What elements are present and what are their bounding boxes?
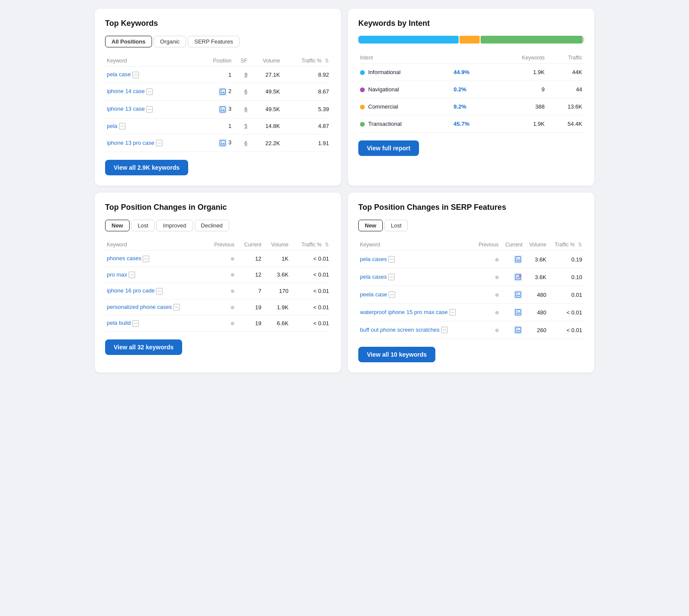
keyword-link[interactable]: iphone 14 case bbox=[107, 88, 145, 94]
keywords-by-intent-title: Keywords by Intent bbox=[358, 19, 584, 28]
tab-all-positions[interactable]: All Positions bbox=[105, 36, 152, 47]
top-position-serp-title: Top Position Changes in SERP Features bbox=[358, 203, 584, 212]
intent-pct: 0.2% bbox=[452, 81, 492, 98]
curr-cell: 19 bbox=[236, 299, 263, 315]
traffic-filter-icon-2[interactable]: ⇅ bbox=[325, 242, 329, 248]
svg-rect-14 bbox=[220, 140, 225, 146]
tab-new-serp[interactable]: New bbox=[358, 220, 383, 231]
keyword-link[interactable]: pela cases bbox=[360, 274, 387, 280]
volume-cell: 260 bbox=[524, 321, 548, 339]
intent-bar bbox=[358, 36, 584, 44]
table-row: iphone 13 pro case 3622.2K1.91 bbox=[105, 134, 331, 152]
intent-label: Commercial bbox=[358, 98, 452, 115]
view-all-keywords-button[interactable]: View all 2.9K keywords bbox=[105, 160, 188, 175]
intent-pct: 44.9% bbox=[452, 64, 492, 81]
intent-bar-segment bbox=[583, 36, 584, 44]
keywords-by-intent-card: Keywords by Intent Intent Keywords Traff… bbox=[348, 9, 594, 186]
keyword-link[interactable]: pela bbox=[107, 123, 118, 129]
col-traf-organic: Traffic % ⇅ bbox=[290, 239, 331, 251]
organic-tabs: New Lost Improved Declined bbox=[105, 220, 331, 231]
sf-cell: 6 bbox=[233, 134, 249, 152]
tab-lost-organic[interactable]: Lost bbox=[131, 220, 155, 231]
traffic-cell: 5.39 bbox=[282, 100, 331, 118]
intent-traffic: 44K bbox=[546, 64, 584, 81]
table-row: waterproof iphone 15 pro max case480< 0.… bbox=[358, 304, 584, 321]
col-sf: SF bbox=[233, 55, 249, 67]
traffic-cell: < 0.01 bbox=[548, 304, 584, 321]
col-kw-serp: Keyword bbox=[358, 239, 473, 251]
svg-point-39 bbox=[517, 293, 518, 294]
keyword-link[interactable]: pela build bbox=[107, 320, 131, 326]
table-row: pela1514.8K4.87 bbox=[105, 118, 331, 134]
col-vol-organic: Volume bbox=[263, 239, 290, 251]
prev-cell bbox=[205, 251, 236, 267]
svg-point-43 bbox=[517, 311, 518, 312]
position-cell: 3 bbox=[199, 134, 233, 152]
traffic-filter-icon[interactable]: ⇅ bbox=[325, 58, 329, 64]
keyword-link[interactable]: pro max bbox=[107, 271, 127, 278]
keyword-link[interactable]: iphone 13 pro case bbox=[107, 140, 155, 146]
view-all-serp-button[interactable]: View all 10 keywords bbox=[358, 347, 435, 362]
col-prev-organic: Previous bbox=[205, 239, 236, 251]
intent-dot bbox=[360, 70, 365, 75]
traffic-cell: < 0.01 bbox=[548, 321, 584, 339]
table-row: pela build196.6K< 0.01 bbox=[105, 315, 331, 332]
keyword-link[interactable]: peela case bbox=[360, 291, 387, 298]
traffic-cell: < 0.01 bbox=[290, 267, 331, 283]
prev-cell bbox=[473, 286, 500, 304]
traffic-cell: 1.91 bbox=[282, 134, 331, 152]
tab-serp-features[interactable]: SERP Features bbox=[188, 36, 239, 47]
keyword-link[interactable]: personalized phone cases bbox=[107, 304, 172, 310]
col-traffic-intent: Traffic bbox=[546, 52, 584, 64]
traffic-cell: < 0.01 bbox=[290, 299, 331, 315]
col-pct bbox=[452, 52, 492, 64]
keyword-link[interactable]: phones cases bbox=[107, 255, 141, 261]
view-all-organic-button[interactable]: View all 32 keywords bbox=[105, 339, 182, 355]
sf-cell: 9 bbox=[233, 67, 249, 83]
curr-icon-cell bbox=[500, 251, 524, 268]
svg-point-33 bbox=[517, 276, 518, 277]
traffic-cell: < 0.01 bbox=[290, 315, 331, 332]
intent-keywords: 1.9K bbox=[492, 64, 546, 81]
keyword-link[interactable]: waterproof iphone 15 pro max case bbox=[360, 309, 448, 315]
svg-rect-46 bbox=[515, 327, 521, 333]
table-row: iphone 16 pro cade7170< 0.01 bbox=[105, 283, 331, 299]
intent-dot bbox=[360, 105, 365, 109]
keyword-link[interactable]: iphone 13 case bbox=[107, 106, 145, 112]
view-full-report-button[interactable]: View full report bbox=[358, 140, 419, 156]
table-row: pro max123.6K< 0.01 bbox=[105, 267, 331, 283]
tab-organic[interactable]: Organic bbox=[154, 36, 186, 47]
intent-keywords: 1.9K bbox=[492, 115, 546, 133]
intent-keywords: 388 bbox=[492, 98, 546, 115]
svg-rect-4 bbox=[220, 89, 225, 94]
tab-declined-organic[interactable]: Declined bbox=[195, 220, 230, 231]
svg-rect-28 bbox=[515, 257, 521, 262]
position-cell: 3 bbox=[199, 100, 233, 118]
col-traffic: Traffic % ⇅ bbox=[282, 55, 331, 67]
col-prev-serp: Previous bbox=[473, 239, 500, 251]
keyword-link[interactable]: pela case bbox=[107, 71, 131, 78]
keyword-link[interactable]: pela cases bbox=[360, 256, 387, 262]
volume-cell: 480 bbox=[524, 304, 548, 321]
top-keywords-tabs: All Positions Organic SERP Features bbox=[105, 36, 331, 47]
tab-lost-serp[interactable]: Lost bbox=[385, 220, 408, 231]
keyword-link[interactable]: iphone 16 pro cade bbox=[107, 287, 155, 294]
traffic-cell: < 0.01 bbox=[290, 251, 331, 267]
table-row: Transactional45.7%1.9K54.4K bbox=[358, 115, 584, 133]
col-curr-serp: Current bbox=[500, 239, 524, 251]
col-keywords: Keywords bbox=[492, 52, 546, 64]
col-curr-organic: Current bbox=[236, 239, 263, 251]
top-keywords-card: Top Keywords All Positions Organic SERP … bbox=[95, 9, 341, 186]
tab-improved-organic[interactable]: Improved bbox=[156, 220, 192, 231]
traffic-filter-icon-3[interactable]: ⇅ bbox=[578, 242, 582, 248]
prev-cell bbox=[473, 268, 500, 286]
tab-new-organic[interactable]: New bbox=[105, 220, 130, 231]
keyword-link[interactable]: buff out phone screen scratches bbox=[360, 327, 440, 333]
volume-cell: 49.5K bbox=[249, 83, 282, 100]
svg-rect-8 bbox=[220, 106, 225, 112]
intent-bar-segment bbox=[481, 36, 583, 44]
traffic-cell: 0.19 bbox=[548, 251, 584, 268]
top-position-serp-card: Top Position Changes in SERP Features Ne… bbox=[348, 193, 594, 373]
col-traf-serp: Traffic % ⇅ bbox=[548, 239, 584, 251]
svg-point-5 bbox=[221, 90, 222, 91]
